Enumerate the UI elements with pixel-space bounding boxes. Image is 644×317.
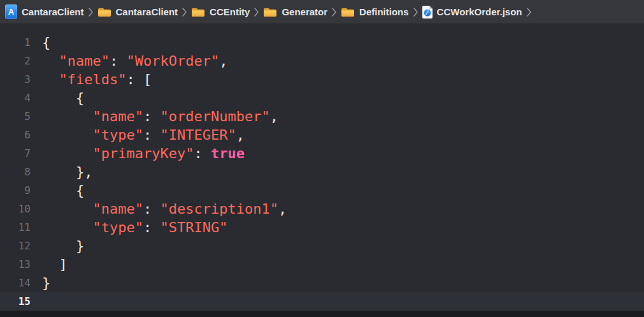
code-line[interactable]: 2 "name": "WorkOrder",: [0, 52, 644, 70]
code-text: "type": "STRING": [42, 218, 227, 237]
chevron-right-icon: [254, 8, 259, 17]
chevron-right-icon: [527, 8, 531, 17]
code-token: "name": [42, 201, 143, 217]
code-token: "description1": [160, 201, 278, 217]
line-number: 7: [0, 144, 31, 163]
code-line[interactable]: 7 "primaryKey": true: [0, 144, 644, 163]
code-text: "name": "orderNumber",: [42, 107, 278, 126]
code-token: ,: [278, 201, 287, 217]
code-line[interactable]: 4 {: [0, 89, 644, 107]
code-token: ,: [219, 53, 227, 69]
code-token: "name": [42, 108, 143, 124]
code-text: },: [42, 163, 92, 181]
line-number: 2: [0, 52, 31, 70]
code-text: "name": "description1",: [42, 200, 287, 218]
code-text: "primaryKey": true: [42, 144, 245, 163]
breadcrumb-item-group[interactable]: Definitions: [341, 6, 409, 17]
code-token: ,: [270, 108, 278, 124]
chevron-right-icon: [89, 8, 93, 17]
code-token: {: [42, 34, 50, 50]
breadcrumb-item-file[interactable]: / CCWorkOrder.json: [422, 6, 522, 18]
chevron-right-icon: [332, 8, 336, 17]
folder-icon: [263, 7, 277, 17]
code-line[interactable]: 11 "type": "STRING": [0, 218, 644, 237]
code-text: ]: [42, 255, 68, 274]
code-line[interactable]: 1 {: [0, 33, 644, 52]
editor-bottom-strip: [0, 311, 644, 317]
code-text: {: [42, 89, 84, 107]
project-icon: A: [5, 4, 17, 19]
code-text: }: [42, 237, 84, 255]
code-token: "WorkOrder": [126, 53, 219, 69]
code-text: {: [42, 33, 50, 52]
line-number: 13: [0, 255, 31, 274]
line-number: 9: [0, 181, 31, 200]
code-token: : [: [126, 71, 152, 87]
code-line[interactable]: 13 ]: [0, 255, 644, 274]
code-token-keyword: true: [211, 145, 245, 161]
code-token: "name": [42, 53, 110, 69]
code-line[interactable]: 3 "fields": [: [0, 70, 644, 89]
line-number: 10: [0, 200, 31, 218]
code-line[interactable]: 8 },: [0, 163, 644, 181]
line-number: 8: [0, 163, 31, 181]
folder-icon: [191, 7, 205, 17]
code-token: "fields": [42, 71, 126, 87]
breadcrumb-label: CantaraClient: [22, 6, 84, 17]
code-line-current[interactable]: 15: [0, 292, 644, 311]
code-token: "primaryKey": [42, 145, 194, 161]
line-number: 15: [0, 292, 31, 311]
code-editor[interactable]: 1 { 2 "name": "WorkOrder", 3 "fields": […: [0, 24, 644, 311]
json-badge: /: [424, 9, 431, 16]
code-token: :: [143, 127, 161, 143]
line-number: 6: [0, 126, 31, 144]
breadcrumb-label: CCEntity: [210, 6, 250, 17]
folder-icon: [97, 7, 111, 17]
code-line[interactable]: 9 {: [0, 181, 644, 200]
code-line[interactable]: 12 }: [0, 237, 644, 255]
line-number: 3: [0, 70, 31, 89]
code-token: :: [143, 219, 161, 235]
breadcrumb-label: CantaraClient: [116, 6, 178, 17]
project-icon-glyph: A: [8, 8, 14, 16]
page-fold: [429, 6, 433, 9]
code-token: "type": [42, 127, 143, 143]
json-file-icon: /: [422, 6, 433, 18]
breadcrumb-label: Definitions: [359, 6, 409, 17]
line-number: 11: [0, 218, 31, 237]
json-badge-glyph: /: [425, 10, 429, 15]
code-line[interactable]: 5 "name": "orderNumber",: [0, 107, 644, 126]
code-text: }: [42, 274, 50, 292]
breadcrumb-item-group[interactable]: CantaraClient: [97, 6, 178, 17]
code-token: "INTEGER": [160, 127, 236, 143]
code-text: "fields": [: [42, 70, 152, 89]
chevron-right-icon: [413, 8, 418, 17]
code-token: :: [110, 53, 127, 69]
code-token: "type": [42, 219, 143, 235]
code-line[interactable]: 10 "name": "description1",: [0, 200, 644, 218]
code-token: },: [42, 164, 92, 180]
code-token: "STRING": [160, 219, 227, 235]
breadcrumb-item-group[interactable]: Generator: [263, 6, 327, 17]
code-token: "orderNumber": [160, 108, 269, 124]
code-text: {: [42, 181, 84, 200]
line-number: 5: [0, 107, 31, 126]
code-line[interactable]: 6 "type": "INTEGER",: [0, 126, 644, 144]
code-token: :: [194, 145, 211, 161]
line-number: 12: [0, 237, 31, 255]
breadcrumb: A CantaraClient CantaraClient CCEntity: [0, 0, 644, 24]
breadcrumb-label: CCWorkOrder.json: [437, 6, 522, 17]
code-token: ]: [42, 256, 68, 272]
folder-icon: [341, 7, 355, 17]
code-text: "type": "INTEGER",: [42, 126, 245, 144]
code-token: {: [42, 182, 84, 198]
code-line[interactable]: 14 }: [0, 274, 644, 292]
code-token: :: [143, 201, 161, 217]
code-token: ,: [236, 127, 245, 143]
line-number: 4: [0, 89, 31, 107]
chevron-right-icon: [182, 8, 187, 17]
code-token: :: [143, 108, 161, 124]
breadcrumb-label: Generator: [282, 6, 327, 17]
breadcrumb-item-group[interactable]: CCEntity: [191, 6, 250, 17]
breadcrumb-item-project[interactable]: A CantaraClient: [5, 4, 84, 19]
